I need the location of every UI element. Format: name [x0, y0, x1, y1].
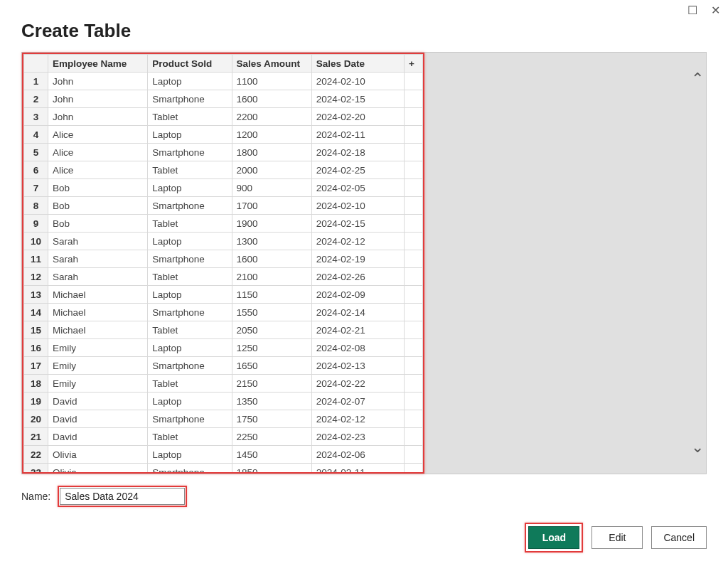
- cell-employee[interactable]: Bob: [48, 215, 148, 233]
- cell-product[interactable]: Smartphone: [148, 304, 232, 321]
- cell-product[interactable]: Laptop: [148, 126, 232, 144]
- cell-product[interactable]: Tablet: [148, 321, 232, 339]
- cell-product[interactable]: Laptop: [148, 179, 232, 197]
- cell-date[interactable]: 2024-02-26: [311, 268, 404, 286]
- cell-date[interactable]: 2024-02-25: [311, 161, 404, 179]
- close-button[interactable]: ✕: [708, 3, 722, 17]
- cell-amount[interactable]: 1250: [232, 339, 311, 357]
- scroll-up-icon[interactable]: ⌃: [691, 71, 704, 87]
- cell-date[interactable]: 2024-02-12: [311, 410, 404, 428]
- cell-product[interactable]: Tablet: [148, 215, 232, 233]
- cell-employee[interactable]: Sarah: [48, 268, 148, 286]
- cell-employee[interactable]: David: [48, 393, 148, 410]
- maximize-button[interactable]: ☐: [685, 3, 700, 17]
- cell-date[interactable]: 2024-02-05: [311, 179, 404, 197]
- cell-amount[interactable]: 1600: [232, 90, 311, 108]
- cell-employee[interactable]: Emily: [48, 375, 148, 393]
- cell-date[interactable]: 2024-02-15: [311, 90, 404, 108]
- cell-amount[interactable]: 2150: [232, 375, 311, 393]
- cell-employee[interactable]: Sarah: [48, 250, 148, 268]
- cell-amount[interactable]: 2050: [232, 321, 311, 339]
- table-row[interactable]: 17EmilySmartphone16502024-02-13: [24, 357, 423, 375]
- table-row[interactable]: 11SarahSmartphone16002024-02-19: [24, 250, 423, 268]
- cell-date[interactable]: 2024-02-23: [311, 428, 404, 446]
- cell-amount[interactable]: 1450: [232, 446, 311, 464]
- cell-date[interactable]: 2024-02-12: [311, 233, 404, 250]
- cell-employee[interactable]: John: [48, 108, 148, 126]
- cell-date[interactable]: 2024-02-19: [311, 250, 404, 268]
- cancel-button[interactable]: Cancel: [651, 526, 707, 549]
- cell-product[interactable]: Laptop: [148, 286, 232, 304]
- table-row[interactable]: 7BobLaptop9002024-02-05: [24, 179, 423, 197]
- cell-employee[interactable]: John: [48, 90, 148, 108]
- cell-employee[interactable]: Emily: [48, 339, 148, 357]
- cell-amount[interactable]: 2250: [232, 428, 311, 446]
- table-row[interactable]: 23OliviaSmartphone18502024-02-11: [24, 464, 423, 474]
- scroll-down-icon[interactable]: ⌄: [691, 439, 704, 455]
- table-row[interactable]: 18EmilyTablet21502024-02-22: [24, 375, 423, 393]
- cell-product[interactable]: Smartphone: [148, 250, 232, 268]
- table-name-input[interactable]: [60, 488, 185, 505]
- cell-employee[interactable]: Michael: [48, 286, 148, 304]
- cell-date[interactable]: 2024-02-15: [311, 215, 404, 233]
- cell-amount[interactable]: 1650: [232, 357, 311, 375]
- col-header-product[interactable]: Product Sold: [148, 55, 232, 73]
- cell-product[interactable]: Tablet: [148, 375, 232, 393]
- data-grid[interactable]: Employee Name Product Sold Sales Amount …: [23, 54, 423, 474]
- cell-amount[interactable]: 2000: [232, 161, 311, 179]
- table-row[interactable]: 8BobSmartphone17002024-02-10: [24, 197, 423, 215]
- cell-product[interactable]: Laptop: [148, 339, 232, 357]
- cell-amount[interactable]: 1100: [232, 73, 311, 90]
- table-row[interactable]: 16EmilyLaptop12502024-02-08: [24, 339, 423, 357]
- cell-product[interactable]: Smartphone: [148, 144, 232, 161]
- cell-amount[interactable]: 1350: [232, 393, 311, 410]
- cell-product[interactable]: Smartphone: [148, 464, 232, 474]
- cell-amount[interactable]: 2200: [232, 108, 311, 126]
- table-row[interactable]: 22OliviaLaptop14502024-02-06: [24, 446, 423, 464]
- cell-date[interactable]: 2024-02-06: [311, 446, 404, 464]
- cell-amount[interactable]: 1300: [232, 233, 311, 250]
- vertical-scrollbar[interactable]: ⌃ ⌄: [689, 53, 706, 474]
- cell-product[interactable]: Smartphone: [148, 90, 232, 108]
- cell-date[interactable]: 2024-02-10: [311, 73, 404, 90]
- cell-employee[interactable]: Bob: [48, 197, 148, 215]
- table-row[interactable]: 5AliceSmartphone18002024-02-18: [24, 144, 423, 161]
- cell-employee[interactable]: Olivia: [48, 446, 148, 464]
- table-row[interactable]: 21DavidTablet22502024-02-23: [24, 428, 423, 446]
- table-row[interactable]: 10SarahLaptop13002024-02-12: [24, 233, 423, 250]
- cell-product[interactable]: Tablet: [148, 428, 232, 446]
- cell-employee[interactable]: Michael: [48, 304, 148, 321]
- cell-employee[interactable]: Olivia: [48, 464, 148, 474]
- cell-employee[interactable]: Bob: [48, 179, 148, 197]
- cell-employee[interactable]: David: [48, 410, 148, 428]
- table-row[interactable]: 9BobTablet19002024-02-15: [24, 215, 423, 233]
- cell-employee[interactable]: Alice: [48, 144, 148, 161]
- cell-product[interactable]: Laptop: [148, 233, 232, 250]
- cell-amount[interactable]: 1900: [232, 215, 311, 233]
- cell-product[interactable]: Tablet: [148, 161, 232, 179]
- cell-amount[interactable]: 1850: [232, 464, 311, 474]
- cell-product[interactable]: Laptop: [148, 393, 232, 410]
- cell-product[interactable]: Tablet: [148, 268, 232, 286]
- cell-amount[interactable]: 1600: [232, 250, 311, 268]
- cell-employee[interactable]: Alice: [48, 161, 148, 179]
- table-row[interactable]: 1JohnLaptop11002024-02-10: [24, 73, 423, 90]
- cell-date[interactable]: 2024-02-08: [311, 339, 404, 357]
- cell-amount[interactable]: 1750: [232, 410, 311, 428]
- col-header-amount[interactable]: Sales Amount: [232, 55, 311, 73]
- table-row[interactable]: 19DavidLaptop13502024-02-07: [24, 393, 423, 410]
- cell-product[interactable]: Tablet: [148, 108, 232, 126]
- add-column-button[interactable]: +: [404, 55, 422, 73]
- table-row[interactable]: 14MichaelSmartphone15502024-02-14: [24, 304, 423, 321]
- cell-date[interactable]: 2024-02-09: [311, 286, 404, 304]
- cell-date[interactable]: 2024-02-22: [311, 375, 404, 393]
- cell-date[interactable]: 2024-02-11: [311, 126, 404, 144]
- cell-date[interactable]: 2024-02-07: [311, 393, 404, 410]
- table-row[interactable]: 6AliceTablet20002024-02-25: [24, 161, 423, 179]
- cell-employee[interactable]: John: [48, 73, 148, 90]
- cell-date[interactable]: 2024-02-14: [311, 304, 404, 321]
- cell-product[interactable]: Laptop: [148, 446, 232, 464]
- cell-amount[interactable]: 1200: [232, 126, 311, 144]
- cell-employee[interactable]: David: [48, 428, 148, 446]
- cell-date[interactable]: 2024-02-11: [311, 464, 404, 474]
